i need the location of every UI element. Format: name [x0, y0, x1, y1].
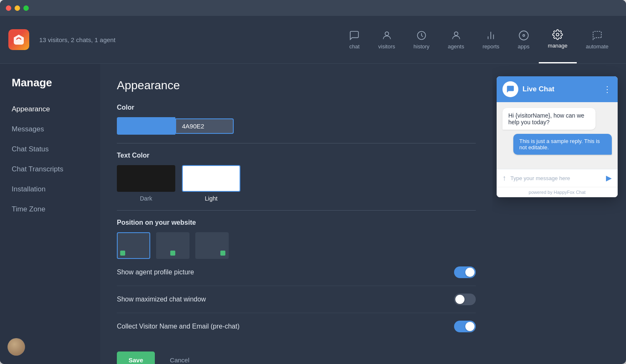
nav-item-apps[interactable]: apps [509, 16, 539, 63]
toggle-collect-visitor[interactable] [454, 321, 476, 332]
button-row: Save Cancel [117, 351, 476, 364]
visitor-message-bubble: Hi {visitorName}, how can we help you to… [502, 108, 596, 130]
chat-widget: Live Chat ⋮ Hi {visitorName}, how can we… [497, 76, 618, 197]
maximize-button[interactable] [23, 5, 29, 11]
svg-point-0 [385, 32, 389, 35]
toggle-show-maximized[interactable] [454, 294, 476, 305]
chat-input-placeholder[interactable]: Type your message here [510, 175, 602, 181]
svg-point-2 [454, 32, 458, 35]
nav-label-agents: agents [448, 43, 464, 50]
toggle-label-profile-picture: Show agent profile picture [117, 269, 194, 276]
nav-item-chat[interactable]: chat [340, 16, 369, 63]
position-section-label: Position on your website [117, 219, 476, 226]
nav-label-reports: reports [482, 43, 499, 50]
nav-label-apps: apps [518, 43, 530, 50]
toggle-row-collect-visitor: Collect Visitor Name and Email (pre-chat… [117, 313, 476, 340]
position-dot-left [120, 251, 125, 256]
topbar: 13 visitors, 2 chats, 1 agent chat visit… [0, 16, 626, 64]
toggle-thumb-collect-visitor [465, 322, 475, 331]
logo[interactable] [8, 29, 29, 50]
toggle-label-maximized: Show maximized chat window [117, 296, 206, 303]
text-color-section-label: Text Color [117, 152, 476, 159]
text-color-dark[interactable]: Dark [117, 165, 175, 202]
toggle-thumb-maximized [455, 295, 464, 304]
light-color-box[interactable] [182, 165, 240, 192]
body-row: Manage Appearance Messages Chat Status C… [0, 64, 626, 364]
sidebar-item-chat-status[interactable]: Chat Status [0, 139, 100, 159]
text-color-options: Dark Light [117, 165, 476, 202]
color-input-wrapper [117, 117, 476, 135]
nav-label-manage: manage [548, 43, 568, 49]
svg-point-3 [523, 34, 525, 36]
color-swatch[interactable] [117, 117, 175, 135]
status-text: 13 visitors, 2 chats, 1 agent [39, 36, 340, 43]
light-color-label: Light [205, 195, 217, 202]
sidebar-item-installation[interactable]: Installation [0, 179, 100, 199]
chat-upload-icon: ↑ [502, 174, 506, 183]
dark-color-label: Dark [140, 195, 152, 202]
position-dot-center [170, 251, 175, 256]
chat-body: Hi {visitorName}, how can we help you to… [497, 102, 618, 169]
user-avatar[interactable] [8, 338, 25, 356]
nav-label-visitors: visitors [378, 43, 395, 50]
cancel-button[interactable]: Cancel [162, 351, 198, 364]
chat-input-area: ↑ Type your message here ▶ [497, 169, 618, 187]
minimize-button[interactable] [15, 5, 20, 11]
nav-label-chat: chat [349, 43, 360, 50]
toggle-label-collect-visitor: Collect Visitor Name and Email (pre-chat… [117, 323, 240, 330]
preview-panel: Live Chat ⋮ Hi {visitorName}, how can we… [492, 64, 626, 364]
nav-label-history: history [414, 43, 429, 50]
chat-header-avatar [502, 81, 518, 97]
chat-header: Live Chat ⋮ [497, 76, 618, 102]
position-bottom-right[interactable] [195, 232, 229, 259]
chat-header-title: Live Chat [523, 85, 599, 93]
titlebar [0, 0, 626, 16]
sidebar-item-appearance[interactable]: Appearance [0, 99, 100, 119]
nav-bar: chat visitors history agents [340, 16, 618, 63]
main-content: Appearance Color Text Color Dark [100, 64, 492, 364]
color-section-label: Color [117, 104, 476, 111]
chat-footer: powered by HappyFox Chat [497, 187, 618, 197]
text-color-light[interactable]: Light [182, 165, 240, 202]
nav-label-automate: automate [586, 43, 608, 50]
toggle-row-profile-picture: Show agent profile picture [117, 259, 476, 286]
chat-header-menu[interactable]: ⋮ [603, 84, 612, 94]
nav-item-manage[interactable]: manage [539, 16, 577, 63]
nav-item-automate[interactable]: automate [577, 16, 618, 63]
position-bottom-center[interactable] [156, 232, 189, 259]
nav-item-reports[interactable]: reports [473, 16, 508, 63]
sidebar-item-chat-transcripts[interactable]: Chat Transcripts [0, 159, 100, 179]
sidebar: Manage Appearance Messages Chat Status C… [0, 64, 100, 364]
sidebar-title: Manage [0, 76, 100, 99]
save-button[interactable]: Save [117, 351, 155, 364]
toggle-show-profile-picture[interactable] [454, 266, 476, 278]
nav-item-history[interactable]: history [404, 16, 439, 63]
color-input[interactable] [175, 118, 234, 134]
sidebar-item-time-zone[interactable]: Time Zone [0, 199, 100, 219]
position-bottom-left[interactable] [117, 232, 150, 259]
sidebar-item-messages[interactable]: Messages [0, 119, 100, 139]
chat-send-button[interactable]: ▶ [606, 173, 612, 183]
page-title: Appearance [117, 79, 476, 92]
toggle-row-maximized: Show maximized chat window [117, 286, 476, 313]
agent-message-bubble: This is just a sample reply. This is not… [513, 134, 612, 155]
close-button[interactable] [6, 5, 11, 11]
nav-item-agents[interactable]: agents [439, 16, 473, 63]
position-dot-right [220, 251, 225, 256]
dark-color-box[interactable] [117, 165, 175, 192]
nav-item-visitors[interactable]: visitors [369, 16, 404, 63]
position-options [117, 232, 476, 259]
toggle-thumb-profile-picture [465, 268, 475, 277]
svg-point-4 [556, 33, 559, 36]
